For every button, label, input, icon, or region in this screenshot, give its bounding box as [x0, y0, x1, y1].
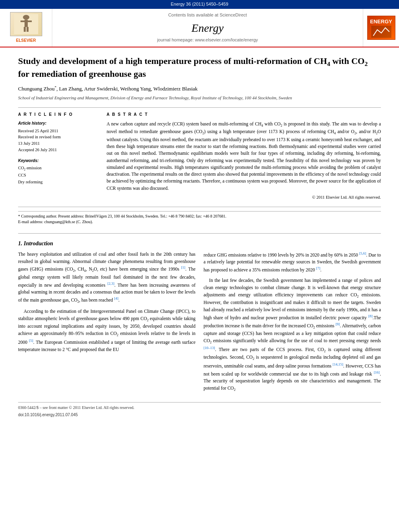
keyword-co2: CO2 emission [18, 165, 99, 172]
body-section: 1. Introduction The heavy exploitation a… [18, 233, 381, 396]
author-list: Chunguang Zhou*, Lan Zhang, Artur Swider… [18, 86, 197, 92]
ref-8: [8] [368, 314, 373, 318]
energy-logo-graphic [371, 26, 391, 38]
intro-para-2: According to the estimation of the Inter… [18, 308, 195, 353]
svg-rect-5 [27, 27, 29, 32]
ref-16: [16] [374, 370, 380, 374]
energy-logo: ENERGY [367, 16, 395, 40]
sciencedirect-label: Contents lists available at ScienceDirec… [168, 12, 247, 17]
elsevier-logo-svg [14, 14, 38, 34]
ref-9: [9] [335, 322, 340, 326]
introduction-columns: The heavy exploitation and utilization o… [18, 251, 381, 396]
ref-7: [7] [316, 266, 321, 270]
keyword-dry: Dry reforming [18, 179, 99, 186]
footnotes: * Corresponding author. Present address:… [18, 211, 381, 225]
energy-logo-text: ENERGY [370, 18, 392, 26]
svg-point-1 [23, 15, 29, 20]
energy-logo-container: ENERGY [363, 9, 399, 47]
authors: Chunguang Zhou*, Lan Zhang, Artur Swider… [18, 84, 381, 92]
article-info-abstract-section: A R T I C L E I N F O Article history: R… [18, 112, 381, 201]
divider-2 [18, 207, 381, 207]
keyword-ccs: CCS [18, 172, 99, 179]
divider-1 [18, 107, 381, 108]
ref-2-3: [2,3] [107, 281, 114, 286]
intro-para-4: In the last few decades, the Swedish gov… [204, 277, 381, 393]
ref-5: [5] [29, 339, 33, 343]
keywords-section: Keywords: CO2 emission CCS Dry reforming [18, 158, 99, 186]
sciencedirect-text: Contents lists available at ScienceDirec… [168, 12, 247, 18]
ref-1: [1] [181, 265, 185, 269]
doi-note: doi:10.1016/j.energy.2011.07.045 [18, 412, 381, 418]
abstract-header: A B S T R A C T [107, 112, 381, 118]
copyright-text: © 2011 Elsevier Ltd. All rights reserved… [107, 194, 381, 201]
ref-4: [4] [114, 296, 119, 300]
email-note: E-mail address: chunguang@kth.se (C. Zho… [18, 219, 381, 225]
journal-issue-text: Energy 36 (2011) 5450–5459 [171, 2, 228, 6]
accepted-date: Accepted 26 July 2011 [18, 147, 99, 153]
section-num: 1. [18, 240, 23, 246]
ref-10-13: [10–13] [204, 346, 215, 350]
elsevier-logo: ELSEVIER [10, 12, 42, 44]
article-history: Article history: Received 25 April 2011 … [18, 121, 99, 153]
affiliation: School of Industrial Engineering and Man… [18, 95, 381, 101]
main-content: Study and development of a high temperat… [0, 47, 399, 426]
intro-para-3: reduce GHG emissions relative to 1990 le… [204, 251, 381, 274]
top-bar: Energy 36 (2011) 5450–5459 [0, 0, 399, 9]
elsevier-label: ELSEVIER [10, 38, 42, 44]
article-info-header: A R T I C L E I N F O [18, 112, 99, 118]
journal-header: ELSEVIER Contents lists available at Sci… [0, 9, 399, 48]
intro-left-col: The heavy exploitation and utilization o… [18, 251, 195, 396]
ref-14-15: [14,15] [333, 362, 343, 366]
issn-note: 0360-5442/$ – see front matter © 2011 El… [18, 405, 381, 411]
section-title-intro: 1. Introduction [18, 240, 381, 248]
svg-rect-6 [371, 26, 391, 38]
journal-center: Contents lists available at ScienceDirec… [52, 9, 363, 47]
journal-homepage: journal homepage: www.elsevier.com/locat… [157, 37, 258, 43]
svg-rect-3 [21, 21, 32, 22]
history-label: Article history: [18, 121, 99, 127]
article-title: Study and development of a high temperat… [18, 55, 381, 80]
elsevier-graphic [10, 12, 42, 36]
section-name: Introduction [24, 240, 53, 246]
corresponding-note: * Corresponding author. Present address:… [18, 214, 381, 220]
svg-rect-4 [24, 27, 26, 32]
elsevier-logo-container: ELSEVIER [0, 9, 52, 47]
page-footnote: 0360-5442/$ – see front matter © 2011 El… [18, 402, 381, 418]
abstract-paragraph: A new carbon capture and recycle (CCR) s… [107, 121, 381, 192]
received-date: Received 25 April 2011 [18, 128, 99, 134]
abstract-column: A B S T R A C T A new carbon capture and… [107, 112, 381, 201]
received-revised-date: 13 July 2011 [18, 140, 99, 147]
ref-5-6: [5,6] [359, 251, 366, 255]
intro-right-col: reduce GHG emissions relative to 1990 le… [204, 251, 381, 396]
keywords-label: Keywords: [18, 158, 99, 164]
intro-para-1: The heavy exploitation and utilization o… [18, 251, 195, 305]
abstract-text: A new carbon capture and recycle (CCR) s… [107, 121, 381, 200]
article-info-column: A R T I C L E I N F O Article history: R… [18, 112, 99, 201]
received-revised-label: Received in revised form [18, 134, 99, 140]
journal-name: Energy [191, 20, 224, 37]
